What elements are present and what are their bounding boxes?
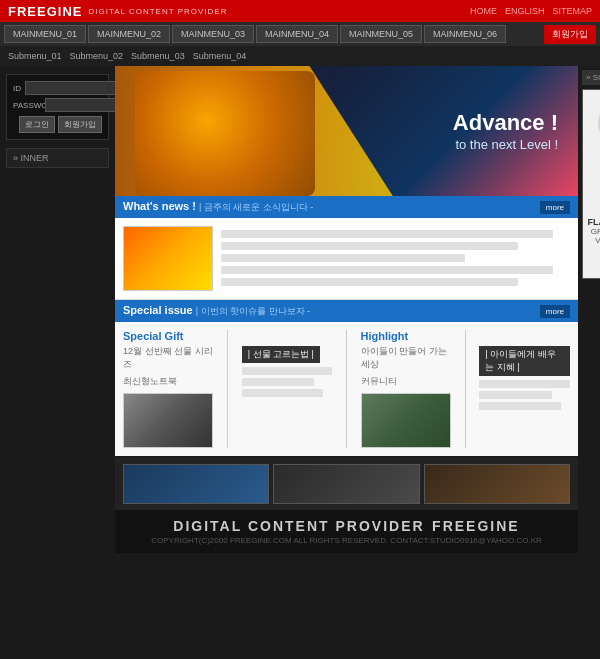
- hl-line-3: [479, 402, 561, 410]
- whats-news-more-button[interactable]: more: [540, 201, 570, 214]
- special-columns: Special Gift 12월 선반째 선물 시리즈 최신형노트북 | 선물 …: [123, 330, 570, 448]
- gift-line-1: [242, 367, 332, 375]
- highlight-bar-col: | 아이들에게 배우는 지혜 |: [479, 330, 570, 448]
- left-sidebar: ID PASSWORD 로그인 회원가입 » INNER: [0, 66, 115, 646]
- bottom-banner-1[interactable]: [123, 464, 269, 504]
- news-thumbnail: [123, 226, 213, 291]
- special-gift-desc2: 최신형노트북: [123, 375, 213, 388]
- sub-nav-item-2[interactable]: Submenu_02: [70, 51, 124, 61]
- top-link-english[interactable]: ENGLISH: [505, 6, 545, 16]
- highlight-col: Highlight 아이들이 만들어 가는 세상 커뮤니티: [361, 330, 451, 448]
- highlight-bar: | 아이들에게 배우는 지혜 |: [479, 346, 570, 376]
- footer: DIGITAL CONTENT PROVIDER FREEGINE COPYRI…: [115, 510, 578, 553]
- sub-nav-item-1[interactable]: Submenu_01: [8, 51, 62, 61]
- divider-3: [465, 330, 466, 448]
- scroll-banner-text: FLASH SOURCE GRAPHIC IMAGE VECTOR ICON: [587, 217, 600, 245]
- news-lines: [221, 226, 570, 291]
- special-issue-more-button[interactable]: more: [540, 305, 570, 318]
- special-gift-col: Special Gift 12월 선반째 선물 시리즈 최신형노트북: [123, 330, 213, 448]
- top-links: HOME ENGLISH SITEMAP: [470, 6, 592, 16]
- hero-title: Advance !: [453, 110, 558, 136]
- highlight-desc2: 커뮤니티: [361, 375, 451, 388]
- highlight-desc1: 아이들이 만들어 가는 세상: [361, 345, 451, 370]
- whats-news-sub: | 금주의 새로운 소식입니다 -: [199, 202, 313, 212]
- main-nav: MAINMENU_01 MAINMENU_02 MAINMENU_03 MAIN…: [0, 22, 600, 46]
- divider: [227, 330, 228, 448]
- special-gift-bar: | 선물 고르는법 |: [242, 346, 320, 363]
- login-button[interactable]: 로그인: [19, 116, 55, 133]
- special-issue-content: Special Gift 12월 선반째 선물 시리즈 최신형노트북 | 선물 …: [115, 322, 578, 456]
- sb-title2: GRAPHIC IMAGE: [587, 227, 600, 236]
- news-line-5: [221, 278, 518, 286]
- logo-text: FREEGINE: [8, 4, 82, 19]
- whats-news-label: What's news !: [123, 200, 196, 212]
- whats-news-title-area: What's news ! | 금주의 새로운 소식입니다 -: [123, 200, 313, 214]
- hl-line-2: [479, 391, 552, 399]
- pw-row: PASSWORD: [13, 98, 102, 112]
- main-nav-item-1[interactable]: MAINMENU_01: [4, 25, 86, 43]
- sb-title3: VECTOR ICON: [587, 236, 600, 245]
- top-link-sitemap[interactable]: SITEMAP: [552, 6, 592, 16]
- hl-line-1: [479, 380, 570, 388]
- special-gift-thumb: [123, 393, 213, 448]
- scroll-banner-box: + FLASH SOURCE GRAPHIC IMAGE VECTOR ICON…: [582, 89, 600, 279]
- special-issue-title-area: Special issue | 이번의 핫이슈를 만나보자 -: [123, 304, 310, 318]
- sub-nav: Submenu_01 Submenu_02 Submenu_03 Submenu…: [0, 46, 600, 66]
- bottom-banners: [115, 458, 578, 510]
- whats-news-bar: What's news ! | 금주의 새로운 소식입니다 - more: [115, 196, 578, 218]
- footer-copyright: COPYRIGHT(C)2000 FREEGINE.COM ALL RIGHTS…: [123, 536, 570, 545]
- login-form: ID PASSWORD 로그인 회원가입: [6, 74, 109, 140]
- middle-row: ID PASSWORD 로그인 회원가입 » INNER: [0, 66, 600, 646]
- inner-link[interactable]: » INNER: [6, 148, 109, 168]
- hero-figure: [135, 71, 315, 196]
- top-link-home[interactable]: HOME: [470, 6, 497, 16]
- member-button[interactable]: 회원가입: [544, 25, 596, 44]
- footer-provider: DIGITAL CONTENT PROVIDER: [173, 518, 424, 534]
- id-row: ID: [13, 81, 102, 95]
- special-gift-bar-col: | 선물 고르는법 |: [242, 330, 332, 448]
- gift-line-2: [242, 378, 314, 386]
- footer-logo: DIGITAL CONTENT PROVIDER FREEGINE: [123, 518, 570, 534]
- main-nav-item-5[interactable]: MAINMENU_05: [340, 25, 422, 43]
- special-gift-desc1: 12월 선반째 선물 시리즈: [123, 345, 213, 370]
- top-bar: FREEGINE DIGITAL CONTENT PROVIDER HOME E…: [0, 0, 600, 22]
- login-buttons: 로그인 회원가입: [13, 116, 102, 133]
- whats-news-content: [115, 218, 578, 300]
- highlight-title: Highlight: [361, 330, 451, 342]
- divider-2: [346, 330, 347, 448]
- bottom-banner-3[interactable]: [424, 464, 570, 504]
- news-line-2: [221, 242, 518, 250]
- hero-banner: Advance ! to the next Level !: [115, 66, 578, 196]
- hero-text: Advance ! to the next Level !: [453, 110, 578, 151]
- bottom-banner-2[interactable]: [273, 464, 419, 504]
- main-nav-item-3[interactable]: MAINMENU_03: [172, 25, 254, 43]
- main-nav-item-4[interactable]: MAINMENU_04: [256, 25, 338, 43]
- special-issue-bar: Special issue | 이번의 핫이슈를 만나보자 - more: [115, 300, 578, 322]
- right-sidebar: » SCROLL BANNER + FLASH SOURCE GRAPHIC I…: [578, 66, 600, 646]
- sb-title1: FLASH SOURCE: [587, 217, 600, 227]
- logo-area: FREEGINE DIGITAL CONTENT PROVIDER: [8, 4, 227, 19]
- id-label: ID: [13, 84, 21, 93]
- center-content: Advance ! to the next Level ! What's new…: [115, 66, 578, 646]
- highlight-thumb: [361, 393, 451, 448]
- main-nav-links: MAINMENU_01 MAINMENU_02 MAINMENU_03 MAIN…: [4, 25, 506, 43]
- scroll-banner-label: » SCROLL BANNER: [582, 70, 600, 85]
- main-nav-item-2[interactable]: MAINMENU_02: [88, 25, 170, 43]
- news-line-3: [221, 254, 465, 262]
- logo-subtitle: DIGITAL CONTENT PROVIDER: [88, 7, 227, 16]
- special-issue-sub: | 이번의 핫이슈를 만나보자 -: [196, 306, 310, 316]
- hero-subtitle: to the next Level !: [453, 137, 558, 152]
- outer-wrapper: FREEGINE DIGITAL CONTENT PROVIDER HOME E…: [0, 0, 600, 646]
- sub-nav-item-3[interactable]: Submenu_03: [131, 51, 185, 61]
- pw-label: PASSWORD: [13, 101, 41, 110]
- news-line-1: [221, 230, 553, 238]
- register-button[interactable]: 회원가입: [58, 116, 102, 133]
- footer-logo-text: FREEGINE: [432, 518, 520, 534]
- main-nav-item-6[interactable]: MAINMENU_06: [424, 25, 506, 43]
- special-issue-label: Special issue: [123, 304, 193, 316]
- special-gift-title: Special Gift: [123, 330, 213, 342]
- gift-line-3: [242, 389, 323, 397]
- sub-nav-item-4[interactable]: Submenu_04: [193, 51, 247, 61]
- news-line-4: [221, 266, 553, 274]
